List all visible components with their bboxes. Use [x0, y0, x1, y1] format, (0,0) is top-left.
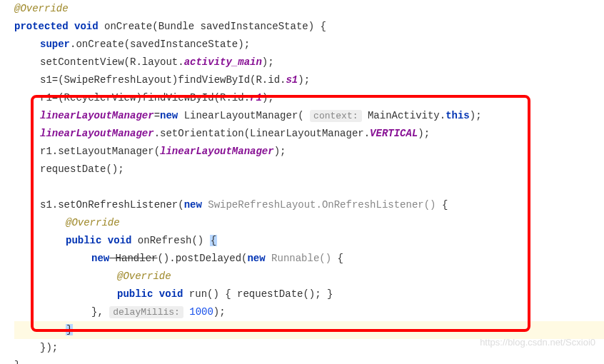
matched-brace: } [66, 324, 73, 335]
code-line: s1.setOnRefreshListener(new SwipeRefresh… [14, 196, 604, 214]
matched-brace: { [210, 235, 217, 246]
code-line-empty [14, 178, 604, 196]
code-line: r1.setLayoutManager(linearLayoutManager)… [14, 143, 604, 161]
code-line: r1=(RecyclerView)findViewById(R.id.r1); [14, 89, 604, 107]
code-line: s1=(SwipeRefreshLayout)findViewById(R.id… [14, 71, 604, 89]
code-line: setContentView(R.layout.activity_main); [14, 54, 604, 71]
code-line: linearLayoutManager.setOrientation(Linea… [14, 125, 604, 143]
code-line-annotation: @Override [14, 214, 604, 232]
code-line-close-brace: } [14, 357, 604, 364]
param-hint-delay: delayMillis: [109, 306, 183, 318]
code-line-annotation: @Override [14, 268, 604, 285]
code-line: requestDate(); [14, 161, 604, 178]
code-line: super.onCreate(savedInstanceState); [14, 36, 604, 54]
code-line: linearLayoutManager=new LinearLayoutMana… [14, 107, 604, 125]
code-line: new Handler().postDelayed(new Runnable()… [14, 250, 604, 268]
code-line-annotation: @Override [14, 0, 604, 18]
code-line: }, delayMillis: 1000); [14, 303, 604, 321]
param-hint-context: context: [310, 110, 361, 122]
watermark: https://blog.csdn.net/Scxioi0 [480, 333, 595, 351]
code-line: public void onRefresh() { [14, 232, 604, 250]
code-line-method-signature: protected void onCreate(Bundle savedInst… [14, 18, 604, 36]
code-line: public void run() { requestDate(); } [14, 285, 604, 303]
